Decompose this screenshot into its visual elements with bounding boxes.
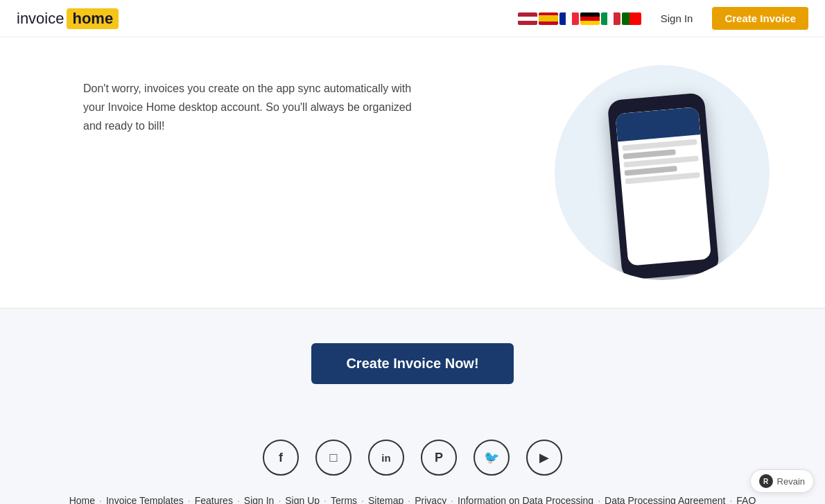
- revain-logo: R: [759, 474, 773, 488]
- sign-up-link[interactable]: Sign Up: [285, 495, 320, 504]
- header-right: Sign In Create Invoice: [518, 7, 808, 30]
- footer-links-row1: Home · Invoice Templates · Features · Si…: [14, 495, 811, 504]
- data-processing-agreement-link[interactable]: Data Processing Agreement: [605, 495, 725, 504]
- home-link[interactable]: Home: [69, 495, 95, 504]
- revain-label: Revain: [777, 476, 805, 487]
- create-invoice-header-button[interactable]: Create Invoice: [712, 7, 808, 30]
- de-flag[interactable]: [580, 12, 600, 25]
- pt-flag[interactable]: [622, 12, 641, 25]
- sitemap-link[interactable]: Sitemap: [368, 495, 403, 504]
- sign-in-button[interactable]: Sign In: [652, 8, 702, 28]
- it-flag[interactable]: [601, 12, 620, 25]
- youtube-icon[interactable]: ▶: [526, 440, 562, 476]
- footer: f □ in P 🐦 ▶ Home · Invoice Templates · …: [0, 419, 825, 504]
- data-processing-link[interactable]: Information on Data Processing: [458, 495, 593, 504]
- phone-image-circle: [555, 65, 770, 280]
- terms-link[interactable]: Terms: [331, 495, 357, 504]
- phone-screen: [615, 107, 711, 266]
- instagram-icon[interactable]: □: [315, 440, 351, 476]
- main-content: Don't worry, invoices you create on the …: [0, 37, 825, 308]
- phone-screen-body: [618, 134, 711, 266]
- phone-mockup: [607, 92, 720, 280]
- us-flag[interactable]: [518, 12, 537, 25]
- cta-section: Create Invoice Now!: [0, 308, 825, 419]
- create-invoice-now-button[interactable]: Create Invoice Now!: [311, 343, 513, 384]
- logo-invoice-text: invoice: [17, 10, 64, 28]
- revain-widget[interactable]: R Revain: [750, 469, 814, 493]
- main-description: Don't worry, invoices you create on the …: [83, 79, 430, 136]
- social-icons: f □ in P 🐦 ▶: [14, 440, 811, 476]
- linkedin-icon[interactable]: in: [368, 440, 404, 476]
- facebook-icon[interactable]: f: [263, 440, 299, 476]
- twitter-icon[interactable]: 🐦: [474, 440, 510, 476]
- language-flags: [518, 12, 641, 25]
- logo-home-text: home: [67, 8, 119, 29]
- header: invoicehome Sign In Create Invoice: [0, 0, 825, 37]
- sign-in-footer-link[interactable]: Sign In: [244, 495, 275, 504]
- faq-link[interactable]: FAQ: [736, 495, 756, 504]
- pinterest-icon[interactable]: P: [421, 440, 457, 476]
- phone-line-1: [622, 139, 697, 150]
- fr-flag[interactable]: [559, 12, 579, 25]
- logo[interactable]: invoicehome: [17, 8, 119, 29]
- features-link[interactable]: Features: [195, 495, 233, 504]
- invoice-templates-link[interactable]: Invoice Templates: [106, 495, 184, 504]
- main-text-block: Don't worry, invoices you create on the …: [83, 65, 430, 136]
- privacy-link[interactable]: Privacy: [415, 495, 446, 504]
- es-flag[interactable]: [539, 12, 558, 25]
